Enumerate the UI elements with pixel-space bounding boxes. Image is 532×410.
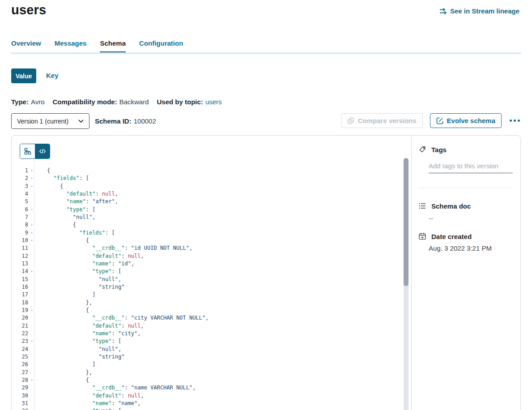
code-line: 11 "__crdb__": "id UUID NOT NULL", — [12, 244, 392, 252]
fold-spacer — [28, 214, 34, 221]
code-text: "null", — [34, 346, 121, 353]
value-toggle-button[interactable]: Value — [11, 68, 36, 83]
code-text: "type": [ — [34, 268, 121, 275]
calendar-plus-icon — [418, 232, 426, 240]
code-line: 29 "__crdb__": "name VARCHAR NULL", — [12, 384, 392, 392]
fold-arrow-icon[interactable]: ▾ — [28, 221, 34, 229]
date-created-value: Aug. 3 2022 3:21 PM — [429, 244, 492, 252]
code-line: 16 "string" — [12, 283, 392, 291]
code-text: "name": "city", — [34, 330, 141, 337]
fold-spacer — [28, 260, 34, 268]
fold-arrow-icon[interactable]: ▾ — [28, 183, 34, 190]
code-text: { — [34, 183, 63, 190]
topic-users-link[interactable]: users — [205, 98, 222, 106]
more-options-button[interactable] — [509, 117, 521, 124]
tab-configuration[interactable]: Configuration — [139, 39, 183, 47]
version-select[interactable]: Version 1 (current) — [11, 113, 89, 129]
meta-compat-value: Backward — [119, 98, 149, 106]
code-line: 21 "default": null, — [12, 322, 392, 330]
code-view-button[interactable] — [35, 144, 50, 158]
code-line: 18 }, — [12, 299, 392, 307]
fold-arrow-icon[interactable]: ▾ — [28, 237, 34, 244]
fold-arrow-icon[interactable]: ▾ — [28, 407, 34, 410]
line-number: 24 — [12, 346, 28, 353]
dot — [510, 120, 512, 122]
code-line: 2▾ "fields": [ — [12, 175, 392, 182]
fold-spacer — [28, 322, 34, 330]
code-line: 3▾ { — [12, 183, 392, 190]
meta-type-label: Type: — [11, 98, 29, 106]
line-number: 21 — [12, 322, 28, 330]
line-number: 7 — [12, 214, 28, 221]
sidebar-divider — [418, 188, 513, 188]
line-number: 10 — [12, 237, 28, 244]
code-line: 6▾ "type": [ — [12, 206, 392, 214]
fold-arrow-icon[interactable]: ▾ — [28, 167, 34, 175]
fold-arrow-icon[interactable]: ▾ — [28, 376, 34, 384]
line-number: 6 — [12, 206, 28, 214]
evolve-schema-button[interactable]: Evolve schema — [430, 113, 502, 128]
line-number: 29 — [12, 384, 28, 392]
schema-card: 1▾{2▾ "fields": [3▾ {4 "default": null,5… — [11, 135, 521, 410]
code-text: "null", — [34, 276, 121, 283]
line-number: 18 — [12, 299, 28, 307]
fold-arrow-icon[interactable]: ▾ — [28, 268, 34, 275]
tag-icon — [418, 145, 426, 154]
fold-arrow-icon[interactable]: ▾ — [28, 206, 34, 214]
tags-input[interactable]: Add tags to this version — [429, 159, 513, 173]
meta-used-by-topic: Used by topic: users — [157, 98, 222, 106]
code-line: 8▾ { — [12, 221, 392, 229]
line-number: 25 — [12, 353, 28, 361]
fold-arrow-icon[interactable]: ▾ — [28, 337, 34, 345]
code-text: "type": [ — [34, 337, 121, 345]
code-line: 23▾ "type": [ — [12, 337, 392, 345]
compare-versions-icon — [347, 117, 354, 124]
compare-versions-button[interactable]: Compare versions — [341, 113, 423, 128]
meta-compat-label: Compatibility mode: — [52, 98, 117, 106]
tab-overview[interactable]: Overview — [11, 39, 41, 47]
compare-versions-label: Compare versions — [358, 117, 417, 124]
fold-spacer — [28, 369, 34, 376]
code-line: 9▾ "fields": [ — [12, 229, 392, 237]
editor-scrollbar-thumb[interactable] — [404, 158, 409, 286]
code-line: 10▾ { — [12, 237, 392, 244]
fold-arrow-icon[interactable]: ▾ — [28, 229, 34, 237]
dot — [518, 120, 520, 122]
line-number: 5 — [12, 198, 28, 205]
tree-view-button[interactable] — [20, 144, 35, 158]
editor-scrollbar-track[interactable] — [404, 158, 409, 410]
stream-lineage-link[interactable]: See in Stream lineage — [439, 7, 519, 15]
schema-id-value: 100002 — [134, 117, 156, 125]
code-text: }, — [34, 369, 92, 376]
fold-spacer — [28, 252, 34, 260]
list-icon — [418, 202, 426, 210]
key-toggle-button[interactable]: Key — [46, 72, 59, 79]
schema-editor: 1▾{2▾ "fields": [3▾ {4 "default": null,5… — [12, 136, 412, 410]
schema-side-panel: Tags Add tags to this version Schema doc… — [411, 136, 520, 410]
line-number: 14 — [12, 268, 28, 275]
fold-arrow-icon[interactable]: ▾ — [28, 175, 34, 182]
fold-spacer — [28, 346, 34, 353]
code-text: "default": null, — [34, 190, 118, 198]
fold-spacer — [28, 400, 34, 407]
code-line: 14▾ "type": [ — [12, 268, 392, 275]
fold-arrow-icon[interactable]: ▾ — [28, 307, 34, 314]
fold-spacer — [28, 299, 34, 307]
evolve-schema-label: Evolve schema — [447, 117, 495, 124]
tab-messages[interactable]: Messages — [55, 39, 87, 47]
line-number: 13 — [12, 260, 28, 268]
code-text: "default": null, — [34, 322, 144, 330]
tags-title: Tags — [431, 146, 447, 154]
line-number: 12 — [12, 252, 28, 260]
code-line: 31 "name": "name", — [12, 400, 392, 407]
meta-type-value: Avro — [31, 98, 45, 106]
fold-spacer — [28, 392, 34, 400]
editor-view-toggle — [20, 144, 50, 159]
tab-schema[interactable]: Schema — [100, 39, 126, 47]
code-line: 27 }, — [12, 369, 392, 376]
code-text: "default": null, — [34, 252, 144, 260]
code-line: 1▾{ — [12, 167, 392, 175]
code-line: 5 "name": "after", — [12, 198, 392, 205]
fold-spacer — [28, 283, 34, 291]
line-number: 16 — [12, 283, 28, 291]
